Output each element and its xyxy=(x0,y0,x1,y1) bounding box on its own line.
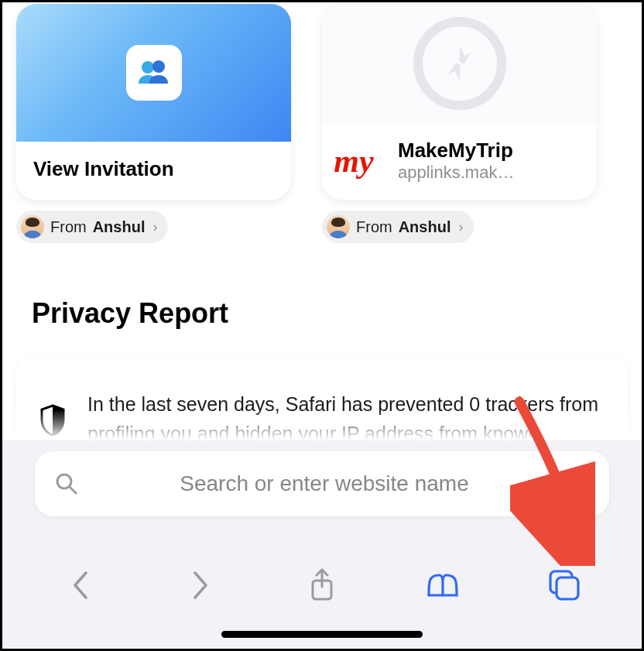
share-button[interactable] xyxy=(299,567,345,604)
invitation-card-label: View Invitation xyxy=(16,142,291,200)
site-card-hero xyxy=(322,2,597,125)
from-name: Anshul xyxy=(93,218,146,236)
site-card[interactable]: my MakeMyTrip applinks.mak… xyxy=(322,2,597,200)
bookmarks-icon xyxy=(424,570,461,600)
address-bar-placeholder: Search or enter website name xyxy=(94,471,555,496)
tabs-icon xyxy=(547,568,581,602)
svg-point-1 xyxy=(152,60,165,73)
address-bar[interactable]: Search or enter website name xyxy=(35,451,609,516)
site-subtitle: applinks.mak… xyxy=(398,163,553,183)
avatar-icon xyxy=(327,215,350,238)
compass-icon xyxy=(413,17,506,110)
svg-rect-17 xyxy=(557,577,578,599)
search-icon xyxy=(55,472,78,495)
privacy-report-heading: Privacy Report xyxy=(16,297,628,330)
invitation-card[interactable]: View Invitation xyxy=(16,4,291,200)
home-indicator xyxy=(221,631,423,638)
svg-point-0 xyxy=(142,61,154,74)
from-chip-invitation[interactable]: From Anshul › xyxy=(16,211,168,243)
share-icon xyxy=(308,568,336,602)
chevron-right-icon: › xyxy=(152,219,157,235)
invitation-card-hero xyxy=(16,4,291,142)
from-prefix: From xyxy=(356,218,392,236)
mic-icon[interactable] xyxy=(570,471,589,497)
bottom-panel: Search or enter website name xyxy=(2,440,642,649)
shared-cards-row: View Invitation From Anshul › xyxy=(16,2,628,243)
forward-button[interactable] xyxy=(178,567,224,604)
toolbar xyxy=(2,567,642,604)
from-name: Anshul xyxy=(399,218,451,236)
tabs-button[interactable] xyxy=(541,567,587,604)
site-card-column: my MakeMyTrip applinks.mak… From Anshul … xyxy=(322,2,597,243)
site-title: MakeMyTrip xyxy=(398,139,597,163)
svg-rect-9 xyxy=(577,472,583,485)
bookmarks-button[interactable] xyxy=(420,567,466,604)
from-chip-site[interactable]: From Anshul › xyxy=(322,211,474,243)
group-icon xyxy=(137,59,171,87)
from-prefix: From xyxy=(50,218,87,236)
chevron-right-icon: › xyxy=(458,219,463,235)
site-logo-text: my xyxy=(322,145,385,177)
forward-icon xyxy=(192,570,211,601)
svg-line-8 xyxy=(70,487,76,493)
back-icon xyxy=(70,570,89,601)
site-card-footer: my MakeMyTrip applinks.mak… xyxy=(322,125,597,200)
avatar-icon xyxy=(21,215,44,238)
group-icon-tile xyxy=(126,45,182,101)
back-button[interactable] xyxy=(57,567,103,604)
invitation-card-column: View Invitation From Anshul › xyxy=(16,4,291,243)
